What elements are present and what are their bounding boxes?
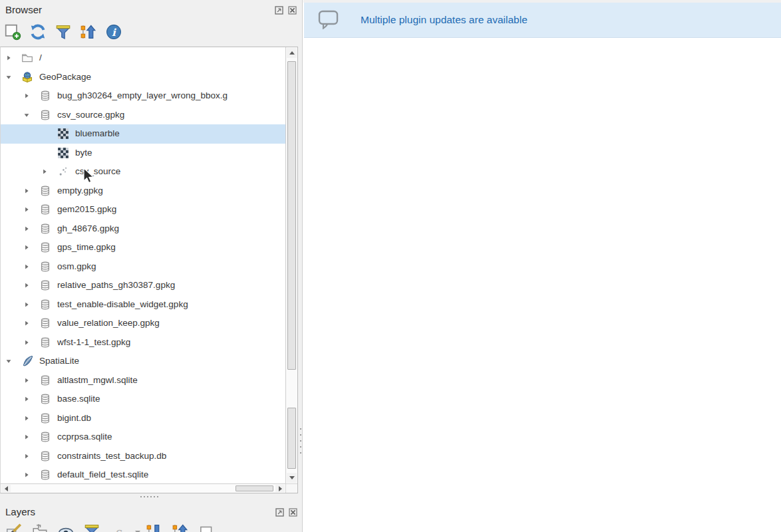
add-selected-layers-button[interactable] — [3, 22, 23, 42]
vertical-scrollbar-thumb[interactable] — [287, 61, 296, 370]
tree-item[interactable]: altlastm_mgwl.sqlite — [1, 371, 285, 390]
open-layer-styling-button[interactable] — [4, 521, 24, 532]
tree-item[interactable]: constraints_test_backup.db — [1, 447, 285, 466]
dock-splitter-handle[interactable] — [299, 426, 303, 459]
filter-legend-button[interactable] — [82, 521, 102, 532]
tree-item[interactable]: / — [1, 49, 285, 68]
map-canvas[interactable]: Multiple plugin updates are available — [303, 0, 781, 532]
tree-item[interactable]: default_field_test.sqlite — [1, 466, 285, 483]
triangle-right-icon — [279, 486, 282, 491]
expand-arrow-icon[interactable] — [23, 92, 31, 100]
map-themes-eye-icon — [57, 523, 75, 532]
expand-arrow-icon[interactable] — [23, 433, 31, 441]
scroll-up-button[interactable] — [287, 48, 297, 58]
tree-item-label: altlastm_mgwl.sqlite — [57, 371, 138, 390]
expand-arrow-icon[interactable] — [23, 205, 31, 213]
tree-item[interactable]: osm.gpkg — [1, 257, 285, 277]
tree-item[interactable]: test_enable-disable_widget.gpkg — [1, 295, 285, 315]
close-panel-button[interactable] — [288, 6, 297, 15]
collapse-all-icon — [80, 23, 97, 41]
tree-item[interactable]: GeoPackage — [1, 68, 285, 87]
collapse-all-button[interactable] — [170, 521, 190, 532]
tree-item[interactable]: relative_paths_gh30387.gpkg — [1, 276, 285, 295]
expand-arrow-icon[interactable] — [23, 281, 31, 289]
tree-item-label: relative_paths_gh30387.gpkg — [57, 276, 175, 295]
tree-item[interactable]: csv_source — [1, 162, 285, 182]
horizontal-scrollbar-thumb[interactable] — [235, 485, 273, 491]
expand-arrow-icon[interactable] — [23, 263, 31, 271]
message-bar[interactable]: Multiple plugin updates are available — [304, 3, 781, 38]
expand-arrow-icon[interactable] — [23, 338, 31, 346]
vertical-scrollbar-thumb[interactable] — [287, 408, 296, 469]
expand-arrow-icon[interactable] — [23, 187, 31, 195]
browser-tree-viewport[interactable]: /GeoPackagebug_gh30264_empty_layer_wrong… — [1, 47, 285, 483]
tree-item[interactable]: SpatiaLite — [1, 352, 285, 371]
tree-item[interactable]: byte — [1, 144, 285, 163]
tree-item-label: gem2015.gpkg — [57, 200, 116, 219]
scroll-down-button[interactable] — [287, 473, 297, 483]
tree-item[interactable]: gem2015.gpkg — [1, 200, 285, 219]
speech-bubble-icon — [318, 10, 339, 30]
float-panel-button[interactable] — [275, 508, 284, 517]
tree-item[interactable]: bluemarble — [1, 124, 285, 144]
triangle-left-icon — [5, 486, 8, 491]
database-icon — [39, 90, 51, 102]
checkbox-icon — [198, 523, 215, 532]
horizontal-scrollbar[interactable] — [1, 483, 285, 493]
tree-item[interactable]: ccprpsa.sqlite — [1, 428, 285, 447]
refresh-button[interactable] — [28, 22, 48, 42]
collapse-all-button[interactable] — [78, 22, 98, 42]
tree-item-label: / — [39, 49, 42, 68]
expand-arrow-icon[interactable] — [5, 357, 13, 365]
mouse-cursor — [82, 168, 97, 185]
message-bar-text: Multiple plugin updates are available — [361, 14, 528, 26]
tree-item[interactable]: gps_time.gpkg — [1, 238, 285, 257]
expand-all-button[interactable] — [144, 521, 164, 532]
tree-item[interactable]: bigint.db — [1, 409, 285, 428]
manage-map-themes-button[interactable] — [56, 521, 76, 532]
expand-arrow-icon[interactable] — [23, 301, 31, 309]
add-group-button[interactable] — [30, 521, 50, 532]
tree-item[interactable]: empty.gpkg — [1, 182, 285, 201]
database-icon — [39, 241, 51, 253]
close-icon — [289, 508, 297, 517]
expand-arrow-icon[interactable] — [23, 395, 31, 403]
tree-item[interactable]: gh_48676.gpkg — [1, 219, 285, 239]
filter-by-expression-button[interactable] — [108, 521, 128, 532]
tree-item-label: GeoPackage — [39, 68, 91, 87]
remove-layer-button[interactable] — [196, 521, 216, 532]
database-icon — [39, 336, 51, 348]
expand-arrow-icon[interactable] — [23, 225, 31, 233]
expression-dropdown-button[interactable] — [134, 521, 142, 532]
tree-item[interactable]: csv_source.gpkg — [1, 106, 285, 125]
tree-item[interactable]: bug_gh30264_empty_layer_wrong_bbox.g — [1, 86, 285, 106]
expand-arrow-icon[interactable] — [23, 452, 31, 460]
tree-item[interactable]: wfst-1-1_test.gpkg — [1, 333, 285, 352]
expand-arrow-icon[interactable] — [41, 168, 49, 176]
expand-arrow-icon[interactable] — [5, 54, 13, 62]
database-icon — [39, 109, 51, 121]
expand-arrow-icon[interactable] — [5, 73, 13, 81]
scroll-left-button[interactable] — [1, 485, 11, 492]
tree-item[interactable]: base.sqlite — [1, 390, 285, 409]
expand-arrow-icon[interactable] — [23, 243, 31, 251]
expand-arrow-icon[interactable] — [23, 376, 31, 384]
expand-arrow-icon[interactable] — [23, 319, 31, 327]
tree-item-label: osm.gpkg — [57, 257, 96, 277]
layers-toolbar — [1, 521, 222, 532]
scroll-right-button[interactable] — [275, 485, 285, 492]
vertical-scrollbar[interactable] — [285, 47, 297, 483]
tree-item-label: constraints_test_backup.db — [57, 447, 166, 466]
panel-splitter-handle[interactable] — [0, 493, 303, 502]
expand-arrow-icon[interactable] — [23, 414, 31, 422]
filter-browser-button[interactable] — [53, 22, 73, 42]
float-panel-button[interactable] — [275, 6, 283, 15]
tree-item[interactable]: value_relation_keep.gpkg — [1, 314, 285, 333]
close-panel-button[interactable] — [289, 508, 297, 517]
tree-item-label: test_enable-disable_widget.gpkg — [57, 295, 188, 315]
expand-arrow-icon[interactable] — [23, 111, 31, 119]
expand-arrow-icon[interactable] — [23, 471, 31, 479]
expand-all-icon — [146, 523, 163, 532]
show-properties-button[interactable] — [104, 22, 124, 42]
database-icon — [39, 261, 51, 273]
